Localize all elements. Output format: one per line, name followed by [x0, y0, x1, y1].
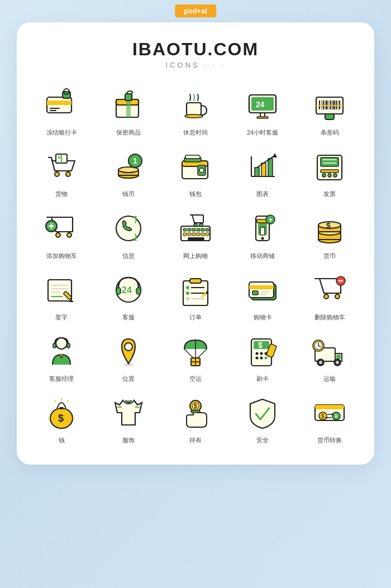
break-time-icon	[175, 85, 216, 125]
icon-label: 货币转换	[317, 436, 342, 444]
svg-point-164	[336, 361, 339, 364]
icon-label: 移动商铺	[250, 252, 275, 260]
svg-point-157	[265, 357, 268, 360]
shopping-card-icon	[242, 270, 283, 310]
list-item: 客服经理	[30, 331, 93, 383]
list-item: 网上购物	[164, 208, 227, 260]
24h-service-icon: 24	[242, 85, 283, 125]
list-item: 钱包	[164, 146, 227, 198]
svg-point-135	[335, 294, 340, 299]
icons-grid: 冻结银行卡 保密商品	[30, 85, 361, 444]
svg-rect-8	[126, 99, 131, 117]
add-cart-icon	[41, 208, 82, 248]
svg-rect-182	[191, 410, 200, 413]
swipe-card-icon: $	[242, 331, 283, 371]
top-badge: psd+ai	[175, 4, 216, 17]
icon-label: 冻结银行卡	[46, 128, 77, 136]
security-icon	[242, 393, 283, 433]
svg-point-96	[261, 237, 264, 240]
svg-rect-32	[325, 114, 334, 119]
svg-point-11	[185, 114, 203, 118]
svg-point-156	[260, 357, 263, 360]
icon-label: 休息时间	[183, 128, 208, 136]
icon-label: 删除购物车	[314, 313, 345, 321]
svg-rect-114	[116, 288, 121, 294]
svg-point-66	[56, 233, 60, 237]
icon-label: 持有	[189, 436, 202, 444]
svg-rect-57	[321, 157, 338, 166]
customer-service-icon: 24	[108, 270, 149, 310]
svg-point-91	[199, 223, 203, 227]
list-item: 信息	[97, 208, 160, 260]
icon-label: 客服	[122, 313, 135, 321]
remove-cart-icon	[309, 270, 350, 310]
svg-text:$: $	[326, 221, 331, 230]
svg-line-174	[55, 400, 56, 402]
message-icon	[108, 208, 149, 248]
svg-point-34	[66, 172, 70, 176]
svg-rect-80	[206, 228, 209, 231]
list-item: 24 24小时客服	[231, 85, 294, 136]
list-item: ★ 移动商铺	[231, 208, 294, 260]
card-header: IBAOTU.COM ICONS · · ·	[30, 39, 361, 69]
airfreight-icon	[175, 331, 216, 371]
barcode-icon	[309, 85, 350, 125]
svg-rect-86	[206, 233, 209, 236]
icon-label: 货币	[323, 252, 336, 260]
list-item: 发票	[298, 146, 361, 198]
svg-rect-79	[201, 228, 204, 231]
svg-text:¥: ¥	[334, 413, 338, 419]
svg-point-142	[124, 363, 133, 366]
service-manager-icon	[41, 331, 82, 371]
list-item: 服饰	[97, 393, 160, 444]
list-item: 空运	[164, 331, 227, 383]
svg-rect-83	[192, 233, 196, 236]
icon-label: 添加购物车	[46, 252, 77, 260]
svg-rect-49	[185, 155, 200, 159]
svg-point-155	[256, 357, 259, 360]
svg-rect-17	[257, 117, 268, 118]
svg-rect-76	[188, 228, 191, 231]
icon-label: 签字	[55, 313, 68, 321]
list-item: 1 钱币	[97, 146, 160, 198]
wallet-icon	[175, 146, 216, 187]
list-item: 24 客服	[97, 270, 160, 321]
svg-point-152	[256, 352, 259, 355]
signature-icon	[41, 270, 82, 310]
location-icon	[108, 331, 149, 371]
main-card: IBAOTU.COM ICONS · · · 冻结银行卡	[17, 22, 374, 465]
list-item: 运输	[298, 331, 361, 383]
list-item: $ 钱	[30, 393, 93, 444]
currency-icon: $	[309, 208, 350, 248]
icon-label: 订单	[189, 313, 202, 321]
icon-label: 信息	[122, 252, 135, 260]
svg-line-143	[184, 349, 193, 358]
hold-icon: $	[175, 393, 216, 433]
icon-label: 保密商品	[116, 128, 141, 136]
clothing-icon	[108, 393, 149, 433]
icon-label: 刷卡	[256, 375, 269, 383]
cargo-icon	[41, 146, 82, 187]
list-item: $ ¥ 货币转换	[298, 393, 361, 444]
svg-rect-1	[47, 101, 71, 105]
svg-rect-78	[197, 228, 200, 231]
svg-rect-54	[268, 159, 273, 176]
list-item: $ 持有	[164, 393, 227, 444]
svg-rect-95	[260, 227, 265, 235]
transport-icon	[309, 331, 350, 371]
svg-point-122	[186, 297, 189, 300]
icon-label: 购物卡	[254, 313, 272, 321]
icon-label: 发票	[323, 190, 336, 198]
svg-rect-77	[192, 228, 196, 231]
list-item: 签字	[30, 270, 93, 321]
svg-marker-55	[273, 153, 277, 157]
list-item: 安全	[231, 393, 294, 444]
icon-label: 24小时客服	[247, 128, 278, 136]
online-shopping-icon	[175, 208, 216, 248]
svg-text:24: 24	[256, 100, 265, 109]
icon-label: 客服经理	[49, 375, 74, 383]
svg-rect-117	[190, 279, 201, 283]
svg-text:$: $	[58, 413, 64, 424]
svg-point-61	[333, 174, 337, 177]
svg-rect-87	[188, 237, 204, 240]
